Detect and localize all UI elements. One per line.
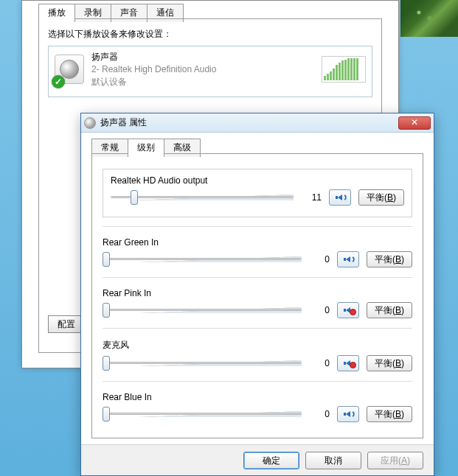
titlebar[interactable]: 扬声器 属性 ✕: [81, 113, 434, 133]
separator: [103, 226, 412, 227]
mute-button[interactable]: [337, 355, 359, 371]
channel-group: 麦克风0平衡(B): [103, 339, 412, 372]
speaker-properties-dialog: 扬声器 属性 ✕ 常规 级别 高级 Realtek HD Audio outpu…: [80, 113, 434, 476]
channel-row: 0平衡(B): [103, 301, 412, 319]
device-name: 扬声器: [91, 51, 216, 63]
balance-button[interactable]: 平衡(B): [367, 302, 412, 318]
volume-slider[interactable]: [103, 251, 302, 268]
device-row-speaker[interactable]: ✓ 扬声器 2- Realtek High Definition Audio 默…: [49, 46, 372, 92]
muted-indicator-icon: [350, 309, 356, 315]
dialog-footer: 确定 取消 应用(A): [81, 444, 434, 475]
balance-button[interactable]: 平衡(B): [367, 251, 412, 267]
device-icon-wrap: ✓: [55, 55, 84, 84]
slider-thumb[interactable]: [103, 407, 110, 421]
channel-label: 麦克风: [103, 339, 412, 351]
slider-thumb[interactable]: [103, 252, 110, 267]
cancel-button[interactable]: 取消: [305, 452, 361, 469]
channel-label: Realtek HD Audio output: [111, 175, 404, 186]
desktop-background-fragment: [400, 0, 458, 37]
channel-value: 0: [309, 254, 330, 265]
channel-row: 11平衡(B): [111, 189, 404, 206]
device-list: ✓ 扬声器 2- Realtek High Definition Audio 默…: [48, 46, 372, 97]
slider-thumb[interactable]: [103, 303, 110, 318]
volume-slider[interactable]: [111, 189, 294, 206]
channel-row: 0平衡(B): [103, 354, 412, 372]
balance-button[interactable]: 平衡(B): [367, 406, 412, 422]
sound-wave-icon: [350, 256, 356, 262]
channel-label: Rear Blue In: [103, 392, 412, 402]
channel-value: 11: [301, 192, 322, 203]
volume-slider[interactable]: [103, 354, 302, 372]
ok-button[interactable]: 确定: [243, 452, 299, 469]
levels-panel: Realtek HD Audio output11平衡(B)Rear Green…: [91, 153, 423, 438]
channel-groupbox: Realtek HD Audio output11平衡(B): [103, 169, 412, 217]
device-info: 扬声器 2- Realtek High Definition Audio 默认设…: [91, 51, 216, 88]
instruction-text: 选择以下播放设备来修改设置：: [48, 28, 172, 41]
tab-playback[interactable]: 播放: [38, 4, 75, 22]
mute-button[interactable]: [337, 251, 359, 267]
channel-group: Rear Green In0平衡(B): [103, 237, 412, 268]
volume-slider[interactable]: [103, 405, 302, 423]
dialog-title: 扬声器 属性: [100, 116, 398, 129]
separator: [103, 277, 412, 278]
channel-value: 0: [309, 358, 330, 368]
volume-slider[interactable]: [103, 301, 302, 319]
device-subtitle: 2- Realtek High Definition Audio: [91, 63, 216, 76]
mute-button[interactable]: [337, 406, 359, 422]
slider-thumb[interactable]: [131, 190, 138, 205]
channel-label: Rear Green In: [103, 237, 412, 248]
channel-value: 0: [309, 409, 330, 419]
slider-thumb[interactable]: [103, 356, 110, 371]
muted-indicator-icon: [350, 362, 356, 368]
channel-row: 0平衡(B): [103, 251, 412, 268]
balance-button[interactable]: 平衡(B): [358, 189, 404, 206]
titlebar-speaker-icon: [84, 117, 96, 129]
dialog-body: 常规 级别 高级 Realtek HD Audio output11平衡(B)R…: [81, 133, 434, 444]
channel-label: Rear Pink In: [103, 288, 412, 298]
device-default-label: 默认设备: [91, 76, 216, 88]
separator: [103, 328, 412, 329]
sound-wave-icon: [342, 195, 348, 200]
channel-group: Rear Pink In0平衡(B): [103, 288, 412, 319]
channel-row: 0平衡(B): [103, 405, 412, 423]
configure-button[interactable]: 配置: [48, 315, 85, 333]
balance-button[interactable]: 平衡(B): [367, 355, 412, 371]
vu-meter: [322, 56, 366, 83]
sound-wave-icon: [350, 411, 356, 417]
tab-levels[interactable]: 级别: [128, 139, 164, 157]
default-check-icon: ✓: [52, 75, 65, 88]
channel-value: 0: [309, 305, 330, 315]
close-button[interactable]: ✕: [398, 116, 431, 130]
mute-button[interactable]: [329, 189, 351, 206]
apply-button[interactable]: 应用(A): [367, 452, 423, 469]
separator: [103, 381, 412, 382]
channel-group: Rear Blue In0平衡(B): [103, 392, 412, 423]
mute-button[interactable]: [337, 302, 359, 318]
channel-group: Realtek HD Audio output11平衡(B): [103, 169, 412, 217]
